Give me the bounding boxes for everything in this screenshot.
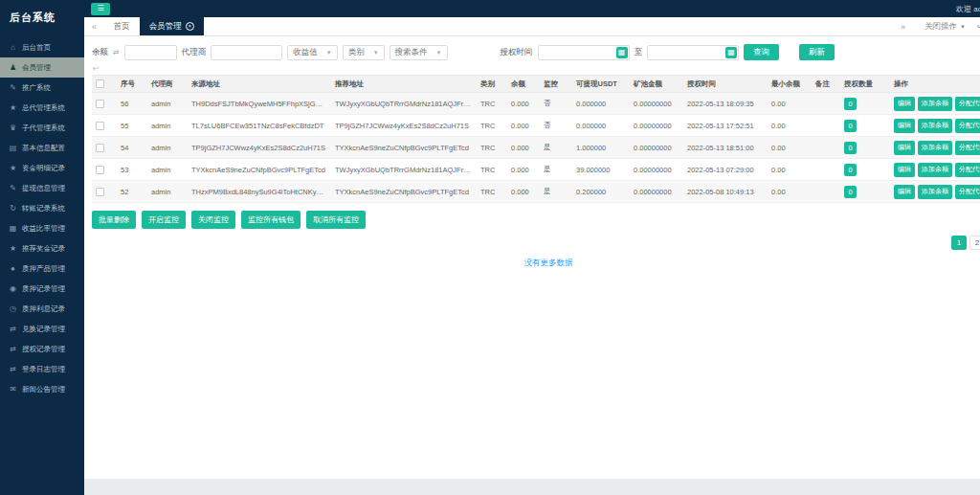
add-balance-button[interactable]: 添加余额 <box>918 185 952 199</box>
tab-members-active[interactable]: 会员管理 × <box>140 17 204 35</box>
assign-agent-button[interactable]: 分配代理 <box>955 163 980 177</box>
cell-actions: 编辑添加余额分配代理 <box>890 115 980 137</box>
cell-usdt: 0.200000 <box>572 181 630 203</box>
add-balance-button[interactable]: 添加余额 <box>918 141 952 155</box>
table-row: 53adminTYXkcnAeS9neZuCNfpBGvc9PLTFgETcdT… <box>92 159 980 181</box>
sidebar-item-members[interactable]: ♟会员管理 <box>0 57 84 78</box>
sidebar-item-income-ratio[interactable]: ▦收益比率管理 <box>0 218 84 238</box>
close-operations-dropdown[interactable]: 关闭操作 ▼ <box>924 21 966 33</box>
add-balance-button[interactable]: 添加余额 <box>918 163 952 177</box>
cell-balance: 0.000 <box>507 137 540 159</box>
row-checkbox[interactable] <box>96 122 104 130</box>
scroll-tabs-right-icon[interactable]: » <box>893 22 913 32</box>
scroll-tabs-left-icon[interactable]: « <box>84 17 104 35</box>
page-button-2[interactable]: 2 <box>969 236 980 250</box>
income-value-select[interactable]: 收益值 ▼ <box>287 45 337 60</box>
start-monitor-button[interactable]: 开启监控 <box>142 211 186 229</box>
promotion-icon: ✎ <box>9 83 17 92</box>
chevron-down-icon: ▼ <box>436 50 442 56</box>
tab-home[interactable]: 首页 <box>104 17 140 35</box>
page-button-1[interactable]: 1 <box>951 236 967 250</box>
close-tab-icon[interactable]: × <box>186 22 194 31</box>
chevron-down-icon: ▼ <box>326 50 332 56</box>
menu-toggle-button[interactable]: ☰ <box>91 3 110 15</box>
sidebar-item-withdraw[interactable]: ✎提现信息管理 <box>0 178 84 198</box>
cell-auth_time: 2022-05-13 07:29:00 <box>683 159 768 181</box>
sidebar-item-label: 授权记录管理 <box>22 345 65 354</box>
sidebar-item-general-agent[interactable]: ★总代管理系统 <box>0 98 84 118</box>
stop-monitor-button[interactable]: 关闭监控 <box>191 211 235 229</box>
calendar-icon[interactable]: ▦ <box>616 47 628 58</box>
sidebar-item-referral-bonus[interactable]: ★推荐奖金记录 <box>0 238 84 259</box>
cell-referral: TYXkcnAeS9neZuCNfpBGvc9PLTFgETcd <box>331 137 477 159</box>
search-button[interactable]: 查询 <box>744 44 779 60</box>
calendar-icon[interactable]: ▦ <box>725 47 737 58</box>
user-menu[interactable]: 欢迎 admin ▼ <box>956 4 980 14</box>
config-icon: ▤ <box>9 144 17 152</box>
sidebar-item-label: 总代管理系统 <box>22 103 65 113</box>
sidebar-item-pledge-records[interactable]: ◉质押记录管理 <box>0 279 84 299</box>
tabbar-right: » 关闭操作 ▼ ↪ 退出 <box>893 17 980 35</box>
cell-pool: 0.00000000 <box>630 181 683 203</box>
sidebar-item-sub-agent[interactable]: ♛子代管理系统 <box>0 118 84 138</box>
sidebar-item-fund-records[interactable]: ★资金明细记录 <box>0 158 84 178</box>
balance-input[interactable] <box>124 45 177 60</box>
load-more-note[interactable]: 没有更多数据 <box>92 258 980 269</box>
edit-button[interactable]: 编辑 <box>894 163 915 177</box>
row-checkbox[interactable] <box>96 166 104 174</box>
sidebar-item-basic-config[interactable]: ▤基本信息配置 <box>0 138 84 158</box>
agent-input[interactable] <box>211 45 282 60</box>
edit-button[interactable]: 编辑 <box>894 141 915 155</box>
sidebar-item-home[interactable]: ⌂后台首页 <box>0 37 84 57</box>
select-all-checkbox[interactable] <box>96 79 104 88</box>
bulk-action-bar: 批量删除开启监控关闭监控监控所有钱包取消所有监控 <box>92 211 980 229</box>
refresh-button[interactable]: 刷新 <box>799 44 835 60</box>
type-select[interactable]: 类别 ▼ <box>343 45 385 60</box>
cell-actions: 编辑添加余额分配代理 <box>890 93 980 115</box>
cell-agent: admin <box>147 159 188 181</box>
edit-button[interactable]: 编辑 <box>894 97 915 111</box>
row-checkbox[interactable] <box>96 188 104 196</box>
table-row: 55adminTL7sLU6BFCEw351TNzC8sFekCBfdzDTTP… <box>92 115 980 137</box>
sidebar-item-label: 收益比率管理 <box>22 224 65 234</box>
row-checkbox[interactable] <box>96 100 104 108</box>
assign-agent-button[interactable]: 分配代理 <box>955 185 980 199</box>
cell-auth-count: 0 <box>840 181 890 203</box>
sidebar-item-login-logs[interactable]: ⇄登录日志管理 <box>0 359 84 379</box>
assign-agent-button[interactable]: 分配代理 <box>955 119 980 133</box>
app-brand: 后台系统 <box>0 0 84 37</box>
sidebar-item-auth-records[interactable]: ⇄授权记录管理 <box>0 339 84 359</box>
cell-no: 53 <box>117 159 147 181</box>
sidebar-item-pledge-products[interactable]: ●质押产品管理 <box>0 259 84 279</box>
add-balance-button[interactable]: 添加余额 <box>918 97 952 111</box>
batch-delete-button[interactable]: 批量删除 <box>92 211 136 229</box>
cell-remark <box>812 137 840 159</box>
undo-icon[interactable]: ↩ <box>93 64 980 73</box>
cell-pool: 0.00000000 <box>630 159 683 181</box>
top-header: ☰ 欢迎 admin ▼ <box>84 0 980 17</box>
cell-source: THzxPM9BxdL848nySu9G4iToHtCNKyGZA <box>188 181 331 203</box>
sidebar-item-exchange[interactable]: ⇄兑换记录管理 <box>0 319 84 339</box>
search-condition-select[interactable]: 搜索条件 ▼ <box>390 45 448 60</box>
column-header: 最小余额 <box>768 76 812 93</box>
edit-button[interactable]: 编辑 <box>894 119 915 133</box>
welcome-text: 欢迎 admin <box>956 4 980 14</box>
table-row: 52adminTHzxPM9BxdL848nySu9G4iToHtCNKyGZA… <box>92 181 980 203</box>
cancel-all-monitor-button[interactable]: 取消所有监控 <box>306 211 366 229</box>
product-icon: ● <box>9 264 17 273</box>
sidebar-item-transfer[interactable]: ↻转账记录系统 <box>0 198 84 218</box>
monitor-all-wallets-button[interactable]: 监控所有钱包 <box>241 211 301 229</box>
edit-button[interactable]: 编辑 <box>894 185 915 199</box>
sidebar-item-pledge-interest[interactable]: ◷质押利息记录 <box>0 299 84 319</box>
row-checkbox[interactable] <box>96 144 104 152</box>
cell-no: 52 <box>117 181 147 203</box>
withdraw-icon: ✎ <box>9 184 17 192</box>
column-header: 授权数量 <box>840 76 890 93</box>
cell-referral: TWJyxyXGbUQbTRrrGMdrNz181AQJFrzTk <box>331 93 477 115</box>
sidebar-item-promotion[interactable]: ✎推广系统 <box>0 78 84 98</box>
cell-pool: 0.00000000 <box>630 137 683 159</box>
sidebar-item-news[interactable]: ✉新闻公告管理 <box>0 379 84 399</box>
add-balance-button[interactable]: 添加余额 <box>918 119 952 133</box>
assign-agent-button[interactable]: 分配代理 <box>955 97 980 111</box>
assign-agent-button[interactable]: 分配代理 <box>955 141 980 155</box>
